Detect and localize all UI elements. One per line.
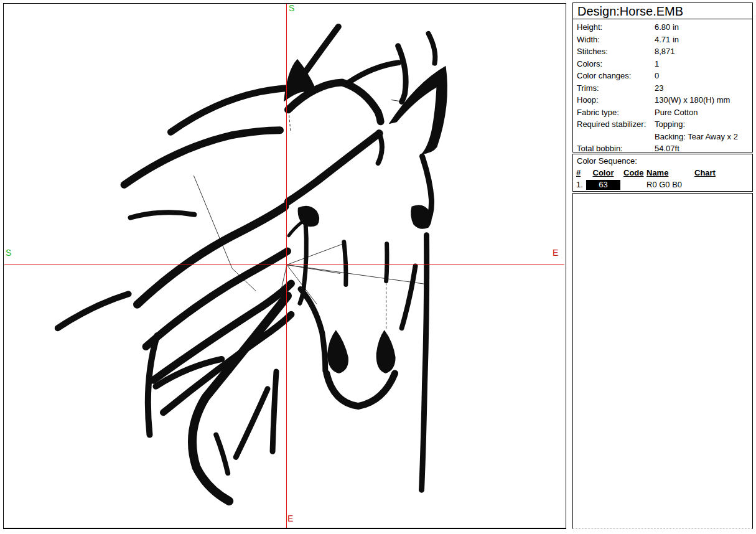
- empty-panel-box: [572, 193, 753, 529]
- property-label: Total bobbin:: [573, 143, 655, 155]
- stitch-markers: S S E E: [6, 4, 558, 523]
- property-value: Topping: Backing: Tear Away x 2: [655, 118, 752, 143]
- property-row-required-stabilizer: Required stabilizer: Topping: Backing: T…: [573, 118, 752, 143]
- horse-muzzle: [327, 330, 396, 406]
- col-header-color: Color: [586, 167, 620, 179]
- end-marker-right: E: [553, 248, 558, 258]
- property-label: Required stabilizer:: [573, 118, 655, 143]
- col-header-num: #: [576, 167, 586, 179]
- property-label: Fabric type:: [573, 106, 655, 119]
- property-row-trims: Trims: 23: [573, 82, 752, 95]
- property-value: Pure Cotton: [655, 106, 752, 119]
- horse-mane: [58, 88, 291, 502]
- color-swatch[interactable]: 63: [586, 180, 620, 190]
- color-row-number: 1.: [576, 179, 586, 190]
- property-value: 8,871: [655, 45, 752, 58]
- property-value: 23: [655, 82, 752, 95]
- color-row-name: R0 G0 B0: [646, 179, 694, 190]
- horse-head: [284, 59, 447, 490]
- property-label: Stitches:: [573, 45, 655, 58]
- property-row-stitches: Stitches: 8,871: [573, 45, 752, 58]
- stitch-preview-svg[interactable]: S S E E: [4, 4, 566, 528]
- property-row-color-changes: Color changes: 0: [573, 70, 752, 82]
- property-row-colors: Colors: 1: [573, 58, 752, 70]
- property-label: Colors:: [573, 58, 655, 70]
- property-row-hoop: Hoop: 130(W) x 180(H) mm: [573, 94, 752, 106]
- design-title: Design:Horse.EMB: [577, 4, 683, 18]
- property-row-fabric-type: Fabric type: Pure Cotton: [573, 106, 752, 119]
- embroidery-viewer-window: S S E E Design:Horse.EMB Height: 6.80 in…: [0, 0, 756, 534]
- property-row-total-bobbin: Total bobbin: 54.07ft: [573, 143, 752, 155]
- design-properties-table: Height: 6.80 in Width: 4.71 in Stitches:…: [572, 19, 753, 152]
- col-header-code: Code: [623, 167, 646, 179]
- property-label: Color changes:: [573, 70, 655, 82]
- stitch-canvas[interactable]: S S E E: [3, 3, 566, 529]
- property-value: 54.07ft: [655, 143, 752, 155]
- property-label: Width:: [573, 34, 655, 46]
- property-label: Hoop:: [573, 94, 655, 106]
- col-header-name: Name: [646, 167, 694, 179]
- property-row-width: Width: 4.71 in: [573, 34, 752, 46]
- property-label: Height:: [573, 21, 655, 34]
- horse-design-drawing: [58, 27, 447, 501]
- crosshair: [4, 4, 564, 528]
- property-value: 1: [655, 58, 752, 70]
- property-value: 130(W) x 180(H) mm: [655, 94, 752, 106]
- stabilizer-topping-line: Topping:: [655, 118, 752, 131]
- property-value: 6.80 in: [655, 21, 752, 34]
- property-value: 4.71 in: [655, 34, 752, 46]
- design-title-box: Design:Horse.EMB: [572, 2, 753, 19]
- color-sequence-row: 1. 63 R0 G0 B0: [573, 179, 752, 190]
- property-row-height: Height: 6.80 in: [573, 21, 752, 34]
- stabilizer-backing-line: Backing: Tear Away x 2: [655, 131, 752, 143]
- start-marker-left: S: [6, 248, 11, 258]
- color-swatch-value: 63: [599, 180, 607, 189]
- color-sequence-header-row: # Color Code Name Chart: [573, 167, 752, 179]
- property-value: 0: [655, 70, 752, 82]
- color-sequence-section: Color Sequence: # Color Code Name Chart …: [572, 154, 753, 192]
- col-header-chart: Chart: [694, 167, 732, 179]
- end-marker-bottom: E: [287, 513, 293, 523]
- info-panel: Design:Horse.EMB Height: 6.80 in Width: …: [572, 2, 753, 529]
- start-marker-top: S: [289, 4, 294, 13]
- color-sequence-heading: Color Sequence:: [573, 156, 752, 167]
- property-label: Trims:: [573, 82, 655, 95]
